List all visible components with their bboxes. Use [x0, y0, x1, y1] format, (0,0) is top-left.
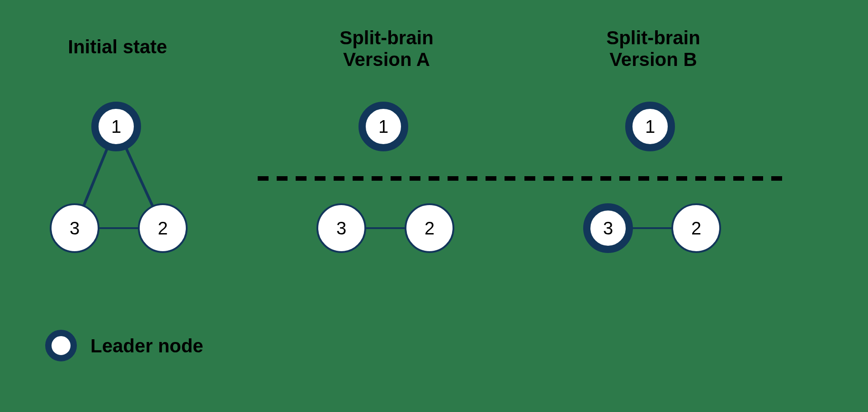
node-a-1: 1 — [359, 102, 408, 151]
node-initial-3: 3 — [50, 203, 99, 253]
title-initial: Initial state — [59, 36, 176, 58]
legend-leader-label: Leader node — [90, 335, 203, 357]
node-b-2: 2 — [671, 203, 721, 253]
node-a-3: 3 — [316, 203, 366, 253]
node-a-2: 2 — [405, 203, 454, 253]
node-b-3: 3 — [583, 203, 633, 253]
node-b-1: 1 — [625, 102, 675, 151]
legend-leader-icon — [45, 330, 77, 361]
diagram-stage: Initial state Split-brain Version A Spli… — [0, 0, 868, 412]
title-version-a: Split-brain Version A — [326, 27, 448, 71]
node-initial-1: 1 — [91, 102, 141, 151]
node-initial-2: 2 — [138, 203, 188, 253]
title-version-b: Split-brain Version B — [592, 27, 714, 71]
